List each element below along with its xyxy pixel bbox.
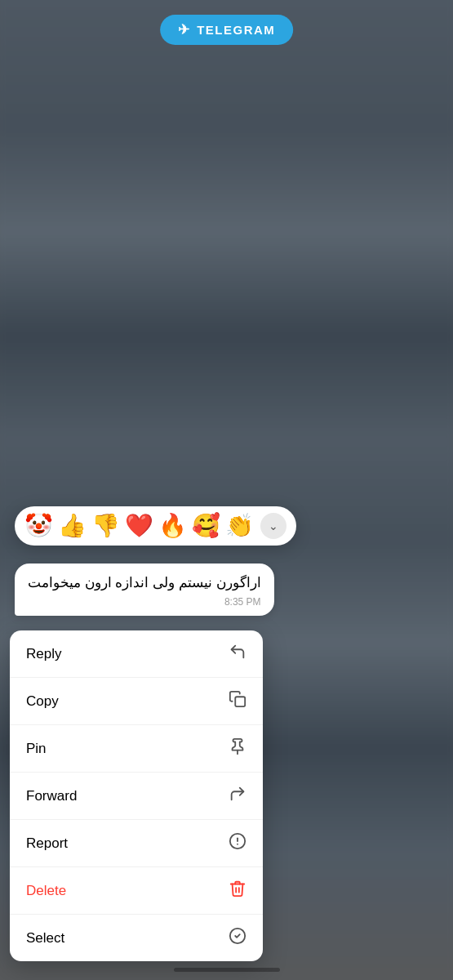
message-bubble: اراگورن نیستم ولی اندازه ارون میخوامت 8:… (15, 564, 274, 616)
forward-icon (229, 785, 246, 807)
message-text: اراگورن نیستم ولی اندازه ارون میخوامت (28, 573, 261, 593)
pin-label: Pin (26, 741, 47, 757)
emoji-bar: 🤡 👍 👎 ❤️ 🔥 🥰 👏 ⌄ (15, 506, 296, 546)
reply-label: Reply (26, 646, 61, 662)
telegram-title: TELEGRAM (197, 23, 275, 37)
select-label: Select (26, 930, 64, 947)
delete-icon (229, 880, 246, 902)
menu-item-reply[interactable]: Reply (10, 630, 263, 678)
menu-item-forward[interactable]: Forward (10, 773, 263, 820)
emoji-fire[interactable]: 🔥 (158, 514, 187, 537)
home-indicator (174, 968, 280, 972)
delete-label: Delete (26, 883, 66, 899)
emoji-thumbsdown[interactable]: 👎 (91, 514, 120, 537)
select-icon (229, 927, 246, 949)
emoji-heart[interactable]: ❤️ (125, 514, 153, 537)
reply-icon (229, 643, 246, 665)
copy-label: Copy (26, 693, 59, 710)
emoji-smiling-hearts[interactable]: 🥰 (192, 514, 220, 537)
message-time: 8:35 PM (28, 596, 261, 608)
forward-label: Forward (26, 788, 77, 804)
menu-item-delete[interactable]: Delete (10, 867, 263, 915)
emoji-thumbsup[interactable]: 👍 (58, 514, 87, 537)
emoji-clown[interactable]: 🤡 (24, 514, 53, 537)
pin-icon (229, 737, 246, 760)
emoji-expand-button[interactable]: ⌄ (260, 513, 286, 539)
emoji-bar-container: 🤡 👍 👎 ❤️ 🔥 🥰 👏 ⌄ (15, 506, 296, 546)
context-menu: Reply Copy Pin Forward (10, 630, 263, 961)
report-icon (229, 832, 246, 854)
report-label: Report (26, 835, 68, 852)
emoji-clap[interactable]: 👏 (225, 514, 254, 537)
telegram-icon: ✈ (178, 21, 191, 38)
svg-rect-0 (235, 697, 245, 706)
menu-item-report[interactable]: Report (10, 820, 263, 867)
menu-item-select[interactable]: Select (10, 915, 263, 961)
chevron-down-icon: ⌄ (269, 519, 278, 532)
menu-item-pin[interactable]: Pin (10, 725, 263, 773)
menu-item-copy[interactable]: Copy (10, 678, 263, 725)
telegram-badge: ✈ TELEGRAM (160, 15, 294, 45)
copy-icon (229, 690, 246, 712)
